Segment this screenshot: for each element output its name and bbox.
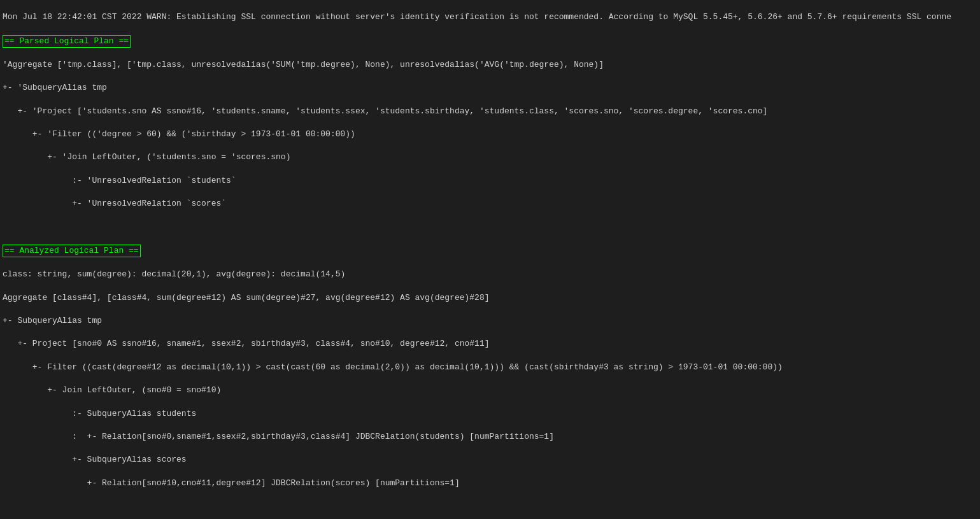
terminal-line: +- 'Project ['students.sno AS ssno#16, '…	[0, 106, 980, 117]
terminal-line	[0, 222, 980, 233]
terminal-line: +- Project [sno#0 AS ssno#16, sname#1, s…	[0, 338, 980, 350]
terminal-line: +- SubqueryAlias scores	[0, 454, 980, 466]
terminal-line	[0, 501, 980, 512]
section-header: == Analyzed Logical Plan ==	[3, 245, 141, 257]
terminal-line: :- 'UnresolvedRelation `students`	[0, 175, 980, 187]
section-header: == Parsed Logical Plan ==	[3, 35, 131, 48]
terminal-output: Mon Jul 18 22:42:01 CST 2022 WARN: Estab…	[0, 0, 980, 519]
terminal-line: : +- Relation[sno#0,sname#1,ssex#2,sbirt…	[0, 431, 980, 443]
terminal-line: +- Filter ((cast(degree#12 as decimal(10…	[0, 362, 980, 373]
terminal-line: +- Join LeftOuter, (sno#0 = sno#10)	[0, 385, 980, 396]
terminal-line: :- SubqueryAlias students	[0, 408, 980, 420]
terminal-line: +- 'SubqueryAlias tmp	[0, 82, 980, 94]
terminal-line: Aggregate [class#4], [class#4, sum(degre…	[0, 292, 980, 304]
terminal-line: +- 'Join LeftOuter, ('students.sno = 'sc…	[0, 152, 980, 163]
terminal-line: +- SubqueryAlias tmp	[0, 315, 980, 327]
terminal-line: +- 'Filter (('degree > 60) && ('sbirthda…	[0, 129, 980, 140]
terminal-line: class: string, sum(degree): decimal(20,1…	[0, 269, 980, 280]
terminal-line: 'Aggregate ['tmp.class], ['tmp.class, un…	[0, 59, 980, 71]
terminal-line: +- 'UnresolvedRelation `scores`	[0, 198, 980, 210]
terminal-line: == Parsed Logical Plan ==	[0, 35, 980, 48]
terminal-line: +- Relation[sno#10,cno#11,degree#12] JDB…	[0, 478, 980, 489]
terminal-line: Mon Jul 18 22:42:01 CST 2022 WARN: Estab…	[0, 11, 980, 23]
terminal-line: == Analyzed Logical Plan ==	[0, 245, 980, 257]
